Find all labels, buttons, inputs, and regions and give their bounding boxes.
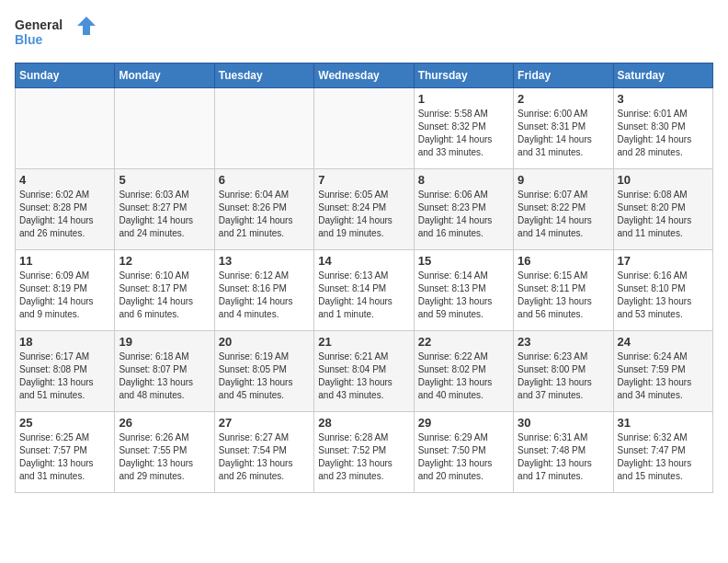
calendar-cell: 15Sunrise: 6:14 AM Sunset: 8:13 PM Dayli… [414,249,513,330]
calendar-week-row: 25Sunrise: 6:25 AM Sunset: 7:57 PM Dayli… [16,411,713,492]
calendar-table: SundayMondayTuesdayWednesdayThursdayFrid… [15,63,713,493]
day-number: 28 [318,416,409,430]
day-number: 21 [318,335,409,349]
day-number: 26 [119,416,210,430]
calendar-cell: 25Sunrise: 6:25 AM Sunset: 7:57 PM Dayli… [16,411,115,492]
page-header: General Blue [15,15,713,52]
calendar-body: 1Sunrise: 5:58 AM Sunset: 8:32 PM Daylig… [16,87,713,492]
day-number: 3 [618,92,709,106]
calendar-cell: 27Sunrise: 6:27 AM Sunset: 7:54 PM Dayli… [214,411,313,492]
weekday-header: Sunday [16,63,115,87]
day-info: Sunrise: 6:06 AM Sunset: 8:23 PM Dayligh… [418,189,509,240]
day-number: 1 [418,92,509,106]
calendar-cell: 31Sunrise: 6:32 AM Sunset: 7:47 PM Dayli… [613,411,712,492]
day-number: 5 [119,173,210,187]
calendar-cell: 12Sunrise: 6:10 AM Sunset: 8:17 PM Dayli… [115,249,214,330]
day-number: 12 [119,254,210,268]
day-info: Sunrise: 6:29 AM Sunset: 7:50 PM Dayligh… [418,431,509,483]
day-number: 20 [219,335,310,349]
day-number: 30 [518,416,609,430]
day-info: Sunrise: 6:09 AM Sunset: 8:19 PM Dayligh… [19,270,110,321]
day-number: 8 [418,173,509,187]
weekday-header: Monday [115,63,214,87]
day-info: Sunrise: 6:00 AM Sunset: 8:31 PM Dayligh… [518,108,609,159]
logo: General Blue [15,15,97,52]
day-info: Sunrise: 6:26 AM Sunset: 7:55 PM Dayligh… [119,431,210,483]
day-number: 6 [219,173,310,187]
calendar-cell: 6Sunrise: 6:04 AM Sunset: 8:26 PM Daylig… [214,168,313,249]
day-number: 31 [618,416,709,430]
calendar-cell: 24Sunrise: 6:24 AM Sunset: 7:59 PM Dayli… [613,330,712,411]
day-number: 23 [518,335,609,349]
calendar-cell: 16Sunrise: 6:15 AM Sunset: 8:11 PM Dayli… [514,249,613,330]
calendar-cell: 11Sunrise: 6:09 AM Sunset: 8:19 PM Dayli… [16,249,115,330]
day-number: 2 [518,92,609,106]
logo-container: General Blue [15,15,97,52]
weekday-header: Saturday [613,63,712,87]
day-number: 15 [418,254,509,268]
weekday-header: Wednesday [314,63,414,87]
calendar-cell [214,87,313,168]
day-info: Sunrise: 6:22 AM Sunset: 8:02 PM Dayligh… [418,350,509,402]
weekday-header: Tuesday [214,63,313,87]
calendar-cell: 22Sunrise: 6:22 AM Sunset: 8:02 PM Dayli… [414,330,513,411]
calendar-header: SundayMondayTuesdayWednesdayThursdayFrid… [16,63,713,87]
calendar-cell: 1Sunrise: 5:58 AM Sunset: 8:32 PM Daylig… [414,87,513,168]
day-info: Sunrise: 6:17 AM Sunset: 8:08 PM Dayligh… [19,350,110,402]
day-info: Sunrise: 6:16 AM Sunset: 8:10 PM Dayligh… [618,270,709,321]
logo-svg: General Blue [15,15,97,48]
day-info: Sunrise: 6:25 AM Sunset: 7:57 PM Dayligh… [19,431,110,483]
calendar-cell: 30Sunrise: 6:31 AM Sunset: 7:48 PM Dayli… [514,411,613,492]
calendar-cell: 17Sunrise: 6:16 AM Sunset: 8:10 PM Dayli… [613,249,712,330]
day-number: 17 [618,254,709,268]
day-number: 4 [19,173,110,187]
day-info: Sunrise: 6:04 AM Sunset: 8:26 PM Dayligh… [219,189,310,240]
day-info: Sunrise: 6:31 AM Sunset: 7:48 PM Dayligh… [518,431,609,483]
calendar-week-row: 1Sunrise: 5:58 AM Sunset: 8:32 PM Daylig… [16,87,713,168]
calendar-cell: 21Sunrise: 6:21 AM Sunset: 8:04 PM Dayli… [314,330,414,411]
calendar-week-row: 4Sunrise: 6:02 AM Sunset: 8:28 PM Daylig… [16,168,713,249]
calendar-cell: 10Sunrise: 6:08 AM Sunset: 8:20 PM Dayli… [613,168,712,249]
day-number: 27 [219,416,310,430]
calendar-week-row: 11Sunrise: 6:09 AM Sunset: 8:19 PM Dayli… [16,249,713,330]
calendar-cell: 9Sunrise: 6:07 AM Sunset: 8:22 PM Daylig… [514,168,613,249]
calendar-week-row: 18Sunrise: 6:17 AM Sunset: 8:08 PM Dayli… [16,330,713,411]
day-info: Sunrise: 6:19 AM Sunset: 8:05 PM Dayligh… [219,350,310,402]
calendar-cell: 3Sunrise: 6:01 AM Sunset: 8:30 PM Daylig… [613,87,712,168]
day-info: Sunrise: 6:10 AM Sunset: 8:17 PM Dayligh… [119,270,210,321]
calendar-cell: 2Sunrise: 6:00 AM Sunset: 8:31 PM Daylig… [514,87,613,168]
calendar-cell: 7Sunrise: 6:05 AM Sunset: 8:24 PM Daylig… [314,168,414,249]
day-info: Sunrise: 6:23 AM Sunset: 8:00 PM Dayligh… [518,350,609,402]
day-number: 24 [618,335,709,349]
day-info: Sunrise: 6:27 AM Sunset: 7:54 PM Dayligh… [219,431,310,483]
day-info: Sunrise: 6:21 AM Sunset: 8:04 PM Dayligh… [318,350,409,402]
calendar-cell: 28Sunrise: 6:28 AM Sunset: 7:52 PM Dayli… [314,411,414,492]
day-number: 10 [618,173,709,187]
svg-text:Blue: Blue [15,32,43,47]
calendar-cell [314,87,414,168]
day-info: Sunrise: 6:14 AM Sunset: 8:13 PM Dayligh… [418,270,509,321]
day-number: 14 [318,254,409,268]
calendar-cell: 8Sunrise: 6:06 AM Sunset: 8:23 PM Daylig… [414,168,513,249]
header-row: SundayMondayTuesdayWednesdayThursdayFrid… [16,63,713,87]
svg-text:General: General [15,17,63,32]
svg-marker-2 [77,17,96,35]
calendar-cell [115,87,214,168]
calendar-cell: 4Sunrise: 6:02 AM Sunset: 8:28 PM Daylig… [16,168,115,249]
day-info: Sunrise: 6:02 AM Sunset: 8:28 PM Dayligh… [19,189,110,240]
day-info: Sunrise: 6:07 AM Sunset: 8:22 PM Dayligh… [518,189,609,240]
day-info: Sunrise: 6:32 AM Sunset: 7:47 PM Dayligh… [618,431,709,483]
calendar-cell: 19Sunrise: 6:18 AM Sunset: 8:07 PM Dayli… [115,330,214,411]
day-info: Sunrise: 6:15 AM Sunset: 8:11 PM Dayligh… [518,270,609,321]
weekday-header: Thursday [414,63,513,87]
day-info: Sunrise: 6:01 AM Sunset: 8:30 PM Dayligh… [618,108,709,159]
day-number: 18 [19,335,110,349]
calendar-cell: 29Sunrise: 6:29 AM Sunset: 7:50 PM Dayli… [414,411,513,492]
calendar-cell: 14Sunrise: 6:13 AM Sunset: 8:14 PM Dayli… [314,249,414,330]
day-info: Sunrise: 6:24 AM Sunset: 7:59 PM Dayligh… [618,350,709,402]
day-number: 25 [19,416,110,430]
day-number: 7 [318,173,409,187]
calendar-cell: 5Sunrise: 6:03 AM Sunset: 8:27 PM Daylig… [115,168,214,249]
day-number: 9 [518,173,609,187]
day-info: Sunrise: 6:28 AM Sunset: 7:52 PM Dayligh… [318,431,409,483]
